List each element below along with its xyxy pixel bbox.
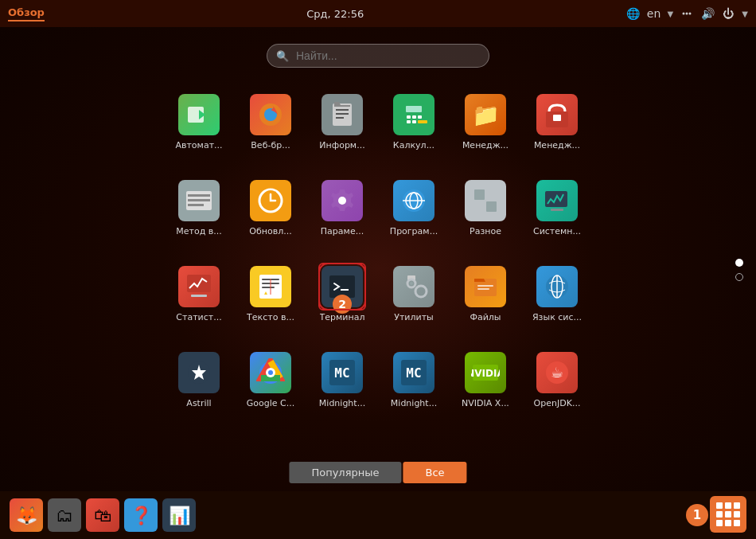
dock-files[interactable]: 🗂 <box>48 498 81 532</box>
app-label-programs: Програм... <box>390 226 438 236</box>
svg-rect-24 <box>188 204 204 206</box>
dock-help[interactable]: ❓ <box>124 498 158 532</box>
badge-2: 2 <box>333 295 352 314</box>
svg-text:MC: MC <box>406 365 421 381</box>
app-label-calc: Калкул... <box>393 140 435 150</box>
app-files[interactable]: Файлы <box>450 260 521 339</box>
app-text[interactable]: Тексто в... <box>235 260 306 339</box>
app-label-filesMgr: Менедж... <box>462 140 509 150</box>
app-icon-chrome <box>250 352 291 393</box>
apps-dot-3 <box>734 502 740 509</box>
apps-dot-5 <box>725 511 731 518</box>
volume-icon[interactable]: 🔊 <box>700 6 715 21</box>
app-terminal[interactable]: 2Терминал <box>306 260 378 339</box>
app-misc[interactable]: Разное <box>450 174 521 253</box>
tab-all[interactable]: Все <box>403 462 467 483</box>
app-label-firefox: Веб-бр... <box>251 140 290 150</box>
app-nvidia[interactable]: NVIDIANVIDIA X... <box>450 346 521 425</box>
app-label-automat: Автомат... <box>175 140 222 150</box>
app-icon-inform <box>321 94 363 135</box>
dock-firefox[interactable]: 🦊 <box>10 498 43 532</box>
dock: 🦊 🗂 🛍 ❓ 📊 <box>0 491 756 539</box>
svg-point-50 <box>410 282 413 285</box>
app-icon-text <box>250 266 291 307</box>
page-dot-2[interactable] <box>735 273 743 281</box>
app-calc[interactable]: Калкул... <box>378 88 450 167</box>
app-automat[interactable]: Автомат... <box>163 88 235 167</box>
app-chrome[interactable]: Google C... <box>235 346 306 425</box>
svg-rect-34 <box>474 201 485 212</box>
category-tabs: Популярные Все <box>289 462 466 483</box>
app-label-misc: Разное <box>470 226 501 236</box>
app-filesMgr[interactable]: 📁Менедж... <box>450 88 521 167</box>
svg-point-0 <box>683 13 685 15</box>
globe-icon[interactable]: 🌐 <box>626 6 641 21</box>
lang-label[interactable]: en <box>647 6 661 21</box>
page-dots <box>735 259 743 281</box>
app-midnight1[interactable]: MCMidnight... <box>306 346 378 425</box>
app-icon-utils <box>393 266 435 307</box>
app-astrill[interactable]: Astrill <box>163 346 235 425</box>
page-dot-1[interactable] <box>735 259 743 267</box>
overview-label[interactable]: Обзор <box>8 6 45 21</box>
apps-button-grid <box>716 502 740 526</box>
tab-popular[interactable]: Популярные <box>289 462 401 483</box>
app-stats[interactable]: Статист... <box>163 260 235 339</box>
datetime: Срд, 22:56 <box>306 8 364 20</box>
app-label-update: Обновл... <box>249 226 291 236</box>
power-icon[interactable]: ⏻ <box>721 6 735 21</box>
app-icon-system <box>536 180 578 221</box>
search-wrapper: 🔍 <box>267 44 489 68</box>
app-method[interactable]: Метод в... <box>163 174 235 253</box>
search-input[interactable] <box>267 44 489 68</box>
app-label-files: Файлы <box>470 312 501 322</box>
svg-rect-18 <box>418 120 427 123</box>
app-inform[interactable]: Информ... <box>306 88 378 167</box>
app-midnight2[interactable]: MCMidnight... <box>378 346 450 425</box>
app-openjdk[interactable]: ☕OpenJDK... <box>521 346 593 425</box>
app-label-midnight2: Midnight... <box>391 398 437 408</box>
network-icon[interactable] <box>680 6 694 21</box>
svg-rect-14 <box>412 115 416 119</box>
apps-dot-4 <box>716 511 723 518</box>
apps-button[interactable] <box>710 496 746 533</box>
svg-rect-37 <box>551 209 563 211</box>
app-label-utils: Утилиты <box>394 312 434 322</box>
app-update[interactable]: Обновл... <box>235 174 306 253</box>
power-arrow-icon: ▼ <box>742 10 748 18</box>
svg-rect-20 <box>553 115 561 121</box>
app-icon-store <box>536 94 578 135</box>
app-label-nvidia: NVIDIA X... <box>462 398 509 408</box>
top-panel: Обзор Срд, 22:56 🌐 en ▼ 🔊 ⏻ ▼ <box>0 0 756 27</box>
app-firefox[interactable]: Веб-бр... <box>235 88 306 167</box>
svg-rect-16 <box>407 120 411 123</box>
app-icon-settings <box>321 180 363 221</box>
app-system[interactable]: Системн... <box>521 174 593 253</box>
apps-dot-8 <box>725 520 731 526</box>
app-icon-filesMgr: 📁 <box>465 94 506 135</box>
svg-point-63 <box>268 370 273 375</box>
dock-store[interactable]: 🛍 <box>86 498 119 532</box>
app-icon-astrill <box>178 352 220 393</box>
app-icon-stats <box>178 266 220 307</box>
app-programs[interactable]: Програм... <box>378 174 450 253</box>
svg-text:MC: MC <box>334 365 349 381</box>
app-utils[interactable]: Утилиты <box>378 260 450 339</box>
apps-dot-6 <box>734 511 740 518</box>
svg-point-2 <box>689 13 692 15</box>
app-settings[interactable]: Параме... <box>306 174 378 253</box>
apps-dot-1 <box>716 502 723 509</box>
svg-rect-13 <box>407 115 411 119</box>
app-lang[interactable]: Язык сис... <box>521 260 593 339</box>
svg-rect-53 <box>477 285 493 287</box>
app-label-chrome: Google C... <box>247 398 294 408</box>
apps-dot-9 <box>734 520 740 526</box>
svg-rect-33 <box>486 189 497 200</box>
svg-rect-43 <box>262 287 275 288</box>
app-icon-firefox <box>250 94 291 135</box>
dock-monitor[interactable]: 📊 <box>162 498 196 532</box>
app-store[interactable]: Менедж... <box>521 88 593 167</box>
app-label-openjdk: OpenJDK... <box>534 398 581 408</box>
app-label-stats: Статист... <box>176 312 221 322</box>
app-icon-midnight1: MC <box>321 352 363 393</box>
